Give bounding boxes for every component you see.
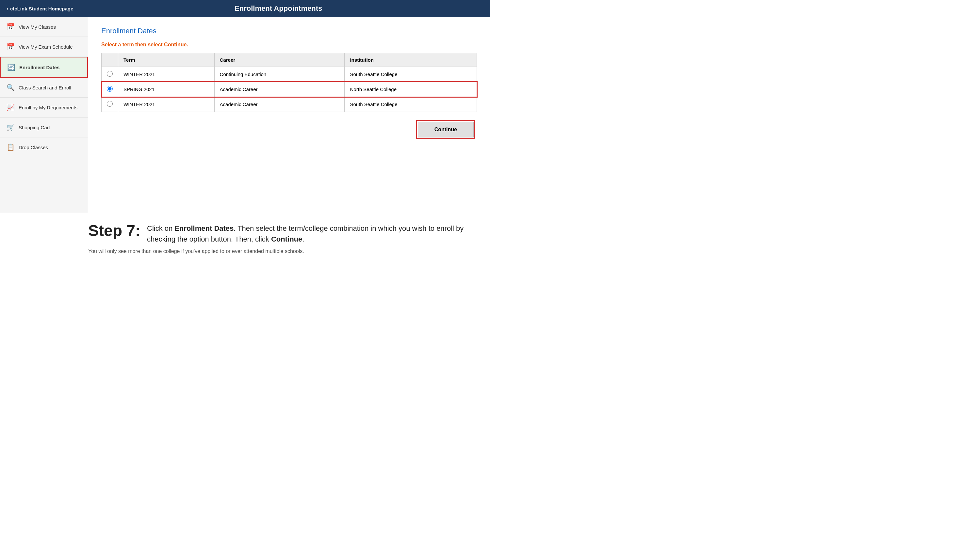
term-cell-2: SPRING 2021: [118, 82, 215, 97]
sidebar-item-class-search[interactable]: 🔍 Class Search and Enroll: [0, 78, 88, 98]
calendar2-icon: 📅: [6, 43, 15, 51]
content-area: Enrollment Dates Select a term then sele…: [88, 17, 490, 213]
enrollment-table: Term Career Institution WINTER 2021 Cont…: [101, 53, 477, 112]
career-cell-1: Continuing Education: [214, 67, 345, 82]
radio-cell-2[interactable]: [102, 82, 118, 97]
radio-cell-1[interactable]: [102, 67, 118, 82]
col-career: Career: [214, 53, 345, 67]
table-row: WINTER 2021 Continuing Education South S…: [102, 67, 477, 82]
sidebar-label-enrollment-dates: Enrollment Dates: [19, 65, 59, 70]
sidebar-item-enrollment-dates[interactable]: 🔄 Enrollment Dates: [0, 57, 88, 78]
sidebar-label-view-classes: View My Classes: [19, 24, 56, 30]
bottom-section: Step 7: Click on Enrollment Dates. Then …: [0, 213, 490, 264]
term-cell-3: WINTER 2021: [118, 97, 215, 112]
enrollment-icon: 🔄: [7, 64, 15, 71]
sidebar-item-view-classes[interactable]: 📅 View My Classes: [0, 17, 88, 37]
sidebar-item-shopping-cart[interactable]: 🛒 Shopping Cart: [0, 118, 88, 137]
main-layout: 📅 View My Classes 📅 View My Exam Schedul…: [0, 17, 490, 213]
sidebar-label-drop-classes: Drop Classes: [19, 144, 48, 150]
col-institution: Institution: [345, 53, 477, 67]
search-icon: 🔍: [6, 84, 15, 91]
career-cell-2: Academic Career: [214, 82, 345, 97]
sidebar-item-enroll-requirements[interactable]: 📈 Enroll by My Requirements: [0, 98, 88, 118]
radio-cell-3[interactable]: [102, 97, 118, 112]
footnote: You will only see more than one college …: [88, 248, 477, 254]
institution-cell-2: North Seattle College: [345, 82, 477, 97]
drop-icon: 📋: [6, 143, 15, 151]
institution-cell-1: South Seattle College: [345, 67, 477, 82]
sidebar: 📅 View My Classes 📅 View My Exam Schedul…: [0, 17, 88, 213]
cart-icon: 🛒: [6, 123, 15, 131]
term-cell-1: WINTER 2021: [118, 67, 215, 82]
col-term: Term: [118, 53, 215, 67]
chart-icon: 📈: [6, 103, 15, 111]
table-row-selected: SPRING 2021 Academic Career North Seattl…: [102, 82, 477, 97]
step-label: Step 7:: [88, 223, 140, 238]
sidebar-item-exam-schedule[interactable]: 📅 View My Exam Schedule: [0, 37, 88, 57]
career-cell-3: Academic Career: [214, 97, 345, 112]
page-header-title: Enrollment Appointments: [73, 4, 484, 13]
continue-button[interactable]: Continue: [418, 122, 474, 137]
instruction-main: Click on Enrollment Dates. Then select t…: [88, 223, 477, 245]
continue-area: Continue: [101, 122, 474, 137]
back-button[interactable]: ‹ ctcLink Student Homepage: [6, 6, 73, 11]
sidebar-item-drop-classes[interactable]: 📋 Drop Classes: [0, 137, 88, 157]
radio-winter2021-acad[interactable]: [107, 101, 113, 107]
sidebar-label-class-search: Class Search and Enroll: [19, 85, 71, 91]
radio-spring2021[interactable]: [107, 86, 113, 92]
back-label: ctcLink Student Homepage: [10, 6, 73, 11]
institution-cell-3: South Seattle College: [345, 97, 477, 112]
chevron-left-icon: ‹: [6, 6, 8, 11]
table-header-row: Term Career Institution: [102, 53, 477, 67]
radio-winter2021-cont[interactable]: [107, 71, 113, 77]
top-bar: ‹ ctcLink Student Homepage Enrollment Ap…: [0, 0, 490, 17]
col-select: [102, 53, 118, 67]
sidebar-label-enroll-requirements: Enroll by My Requirements: [19, 105, 78, 110]
select-instruction: Select a term then select Continue.: [101, 42, 477, 48]
sidebar-label-exam-schedule: View My Exam Schedule: [19, 44, 73, 49]
sidebar-label-shopping-cart: Shopping Cart: [19, 125, 50, 130]
table-row: WINTER 2021 Academic Career South Seattl…: [102, 97, 477, 112]
instruction-block: Click on Enrollment Dates. Then select t…: [88, 223, 477, 254]
page-title: Enrollment Dates: [101, 27, 477, 35]
calendar-icon: 📅: [6, 23, 15, 31]
